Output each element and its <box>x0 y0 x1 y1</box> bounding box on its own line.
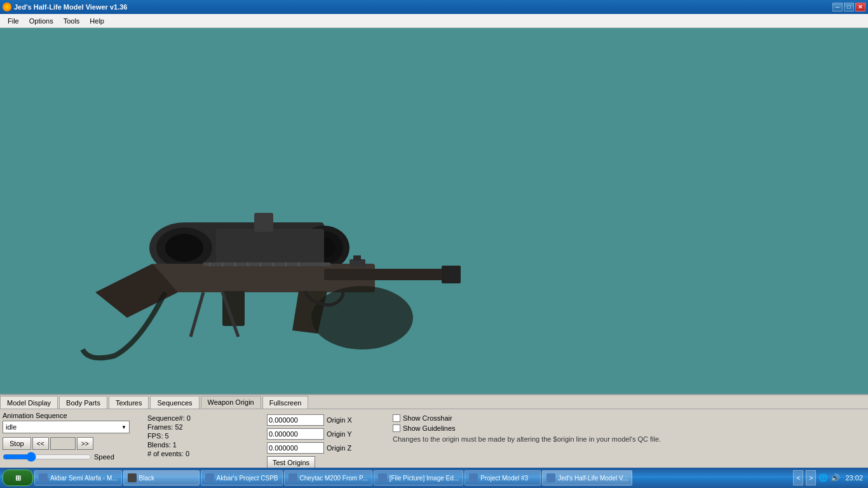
guidelines-checkbox[interactable] <box>393 424 400 432</box>
svg-rect-11 <box>442 266 461 283</box>
menu-help[interactable]: Help <box>85 16 109 26</box>
origin-y-input[interactable] <box>267 428 324 440</box>
crosshair-checkbox[interactable] <box>393 414 400 422</box>
close-button[interactable]: ✕ <box>855 3 865 11</box>
animation-controls: Stop << >> <box>3 437 142 450</box>
animation-sequence-label: Animation Sequence <box>3 412 142 419</box>
taskbar-item-project3-label: Project Model #3 <box>480 475 528 482</box>
speed-slider[interactable] <box>3 452 92 461</box>
guidelines-row: Show Guidelines <box>393 424 865 432</box>
taskbar-item-image-ed-label: [File Picture] Image Ed... <box>390 475 459 482</box>
crosshair-label: Show Crosshair <box>403 414 452 422</box>
taskbar-item-cheytac-icon <box>288 473 297 482</box>
taskbar-item-black-icon <box>128 473 137 482</box>
taskbar-item-cspb-icon <box>205 473 214 482</box>
speed-label: Speed <box>94 453 114 461</box>
start-label: ⊞ <box>15 474 21 482</box>
guidelines-label: Show Guidelines <box>403 424 456 432</box>
taskbar-item-jed[interactable]: Jed's Half-Life Model V... <box>542 470 632 485</box>
svg-rect-26 <box>353 255 361 261</box>
origin-y-label: Origin Y <box>327 430 362 438</box>
origin-z-input[interactable] <box>267 442 324 454</box>
tab-sequences[interactable]: Sequences <box>150 396 199 409</box>
origin-z-row: Origin Z <box>267 442 388 454</box>
svg-rect-10 <box>324 269 451 280</box>
tab-weapon-origin[interactable]: Weapon Origin <box>201 396 261 409</box>
origin-x-input[interactable] <box>267 414 324 426</box>
taskbar-item-black[interactable]: Black <box>123 470 200 485</box>
tab-fullscreen[interactable]: Fullscreen <box>262 396 309 409</box>
titlebar-title: Jed's Half-Life Model Viewer v1.36 <box>14 3 127 11</box>
taskbar-scroll-right[interactable]: > <box>806 470 816 485</box>
svg-line-23 <box>191 292 203 337</box>
maximize-button[interactable]: □ <box>844 3 854 11</box>
taskbar-item-cheytac[interactable]: Cheytac M200 From P... <box>284 470 372 485</box>
menu-tools[interactable]: Tools <box>58 16 85 26</box>
start-button[interactable]: ⊞ <box>3 470 33 486</box>
taskbar-item-project3-icon <box>469 473 478 482</box>
taskbar-item-image-ed[interactable]: [File Picture] Image Ed... <box>374 470 464 485</box>
3d-viewport[interactable] <box>0 28 868 394</box>
tab-model-display[interactable]: Model Display <box>0 396 58 409</box>
taskbar-right: < > 🌐 🔊 23:02 <box>793 470 865 485</box>
minimize-button[interactable]: ─ <box>832 3 843 11</box>
origin-z-label: Origin Z <box>327 444 362 452</box>
menu-options[interactable]: Options <box>24 16 58 26</box>
test-origins-button[interactable]: Test Origins <box>267 456 315 469</box>
sequence-number: Sequence#: 0 <box>147 414 262 422</box>
dropdown-arrow-icon: ▼ <box>121 424 126 430</box>
taskbar-item-black-label: Black <box>139 475 154 482</box>
taskbar-item-cheytac-label: Cheytac M200 From P... <box>300 475 368 482</box>
taskbar-item-akbar[interactable]: Akbar Semi Alarfa - M... <box>34 470 122 485</box>
frame-input[interactable] <box>50 437 76 450</box>
svg-point-8 <box>165 234 203 262</box>
tab-bar: Model Display Body Parts Textures Sequen… <box>0 395 868 409</box>
taskbar-scroll-left[interactable]: < <box>793 470 803 485</box>
stop-button[interactable]: Stop <box>3 437 31 450</box>
taskbar-item-project3[interactable]: Project Model #3 <box>465 470 541 485</box>
titlebar: Jed's Half-Life Model Viewer v1.36 ─ □ ✕ <box>0 0 868 14</box>
volume-icon: 🔊 <box>831 473 840 482</box>
prev-button[interactable]: << <box>32 437 49 450</box>
svg-point-13 <box>311 286 413 349</box>
sequence-value: idle <box>6 423 17 431</box>
menu-file[interactable]: File <box>3 16 24 26</box>
gun-model <box>76 165 521 369</box>
frames-info: Frames: 52 <box>147 423 262 431</box>
system-clock: 23:02 <box>843 474 865 482</box>
blends-info: Blends: 1 <box>147 441 262 449</box>
app-icon <box>3 3 11 11</box>
taskbar-item-cspb-label: Akbar's Project CSPB <box>217 475 278 482</box>
origin-x-row: Origin X <box>267 414 388 426</box>
taskbar-item-image-ed-icon <box>378 473 387 482</box>
taskbar-item-akbar-label: Akbar Semi Alarfa - M... <box>50 475 118 482</box>
taskbar-item-jed-icon <box>546 473 555 482</box>
network-icon: 🌐 <box>818 473 828 482</box>
speed-row: Speed <box>3 452 142 461</box>
svg-rect-6 <box>254 213 273 232</box>
next-button[interactable]: >> <box>77 437 93 450</box>
menubar: File Options Tools Help <box>0 14 868 28</box>
taskbar-item-akbar-icon <box>39 473 48 482</box>
animation-sequence-dropdown[interactable]: idle ▼ <box>3 421 130 433</box>
origin-x-label: Origin X <box>327 416 362 424</box>
taskbar-item-cspb[interactable]: Akbar's Project CSPB <box>201 470 283 485</box>
titlebar-controls: ─ □ ✕ <box>832 3 865 11</box>
tab-textures[interactable]: Textures <box>109 396 149 409</box>
titlebar-left: Jed's Half-Life Model Viewer v1.36 <box>3 3 127 11</box>
events-info: # of events: 0 <box>147 450 262 458</box>
taskbar: ⊞ Akbar Semi Alarfa - M... Black Akbar's… <box>0 468 868 488</box>
fps-info: FPS: 5 <box>147 432 262 440</box>
svg-rect-5 <box>216 229 324 267</box>
origin-info-text: Changes to the origin must be made by al… <box>393 435 865 444</box>
tab-body-parts[interactable]: Body Parts <box>59 396 107 409</box>
crosshair-row: Show Crosshair <box>393 414 865 422</box>
origin-y-row: Origin Y <box>267 428 388 440</box>
taskbar-item-jed-label: Jed's Half-Life Model V... <box>558 475 628 482</box>
